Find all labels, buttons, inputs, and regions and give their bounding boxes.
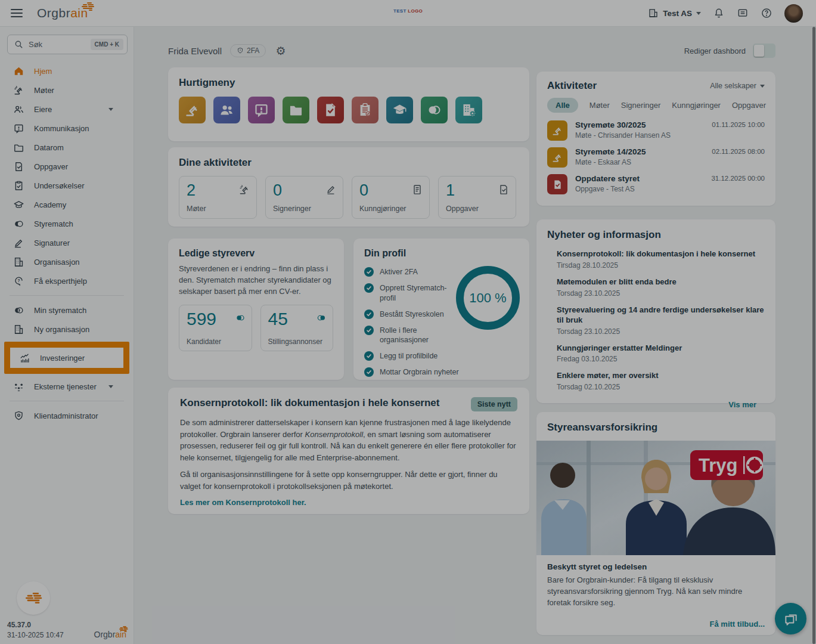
stat-kunngjoringer[interactable]: 0 Kunngjøringer bbox=[352, 176, 430, 219]
gavel-icon bbox=[13, 85, 24, 96]
sidebar-item-investeringer[interactable]: Investeringer bbox=[10, 348, 123, 368]
folder-icon bbox=[288, 102, 304, 118]
venn-icon bbox=[13, 218, 24, 230]
chart-icon bbox=[19, 352, 30, 364]
notifications-button[interactable] bbox=[713, 7, 725, 19]
venn-icon bbox=[235, 312, 246, 323]
check-icon bbox=[364, 351, 374, 361]
search-input[interactable] bbox=[29, 40, 91, 49]
page-scrollbar[interactable] bbox=[812, 27, 815, 644]
2fa-badge[interactable]: 2FA bbox=[230, 44, 266, 57]
menu-icon[interactable] bbox=[11, 9, 23, 17]
sidebar-item-eiere[interactable]: Eiere bbox=[0, 100, 134, 119]
sidebar-item-min-styrematch[interactable]: Min styrematch bbox=[0, 301, 134, 320]
app-version: 45.37.0 bbox=[7, 621, 128, 629]
tab-oppgaver[interactable]: Oppgaver bbox=[732, 101, 766, 110]
chat-bubbles-icon bbox=[783, 611, 799, 627]
sidebar-item-oppgaver[interactable]: Oppgaver bbox=[0, 157, 134, 176]
tile-owners[interactable] bbox=[213, 97, 240, 123]
stat-moter[interactable]: 2 Møter bbox=[179, 176, 257, 219]
news-item[interactable]: Konsernprotokoll: lik dokumentasjon i he… bbox=[557, 249, 765, 270]
tile-datarom[interactable] bbox=[283, 97, 309, 123]
tile-oppgaver[interactable] bbox=[317, 97, 344, 123]
main-content: Frida Elvevoll 2FA ⚙ Rediger dashbord Hu… bbox=[134, 27, 816, 644]
network-icon bbox=[13, 381, 24, 392]
tab-kunngjoringer[interactable]: Kunngjøringer bbox=[672, 101, 721, 110]
activity-row[interactable]: Styremøte 30/2025 Møte - Chrisander Hans… bbox=[547, 120, 765, 141]
stat-kandidater[interactable]: 599 Kandidater bbox=[179, 305, 252, 351]
chat-alert-icon bbox=[13, 123, 24, 134]
tab-alle[interactable]: Alle bbox=[547, 98, 578, 113]
open-board-positions-card: Ledige styreverv Styreverdenen er i endr… bbox=[168, 239, 344, 380]
sidebar-item-signaturer[interactable]: Signaturer bbox=[0, 233, 134, 252]
tile-communication[interactable] bbox=[248, 97, 275, 123]
tile-styrematch[interactable] bbox=[421, 97, 448, 123]
tab-moter[interactable]: Møter bbox=[589, 101, 610, 110]
messages-button[interactable] bbox=[737, 7, 749, 19]
footer-logo: Orgbrain bbox=[94, 630, 126, 639]
news-item[interactable]: Enklere møter, mer oversikt Torsdag 02.1… bbox=[557, 371, 765, 391]
sidebar-item-ny-organisasjon[interactable]: Ny organisasjon bbox=[0, 320, 134, 339]
sidebar-item-organisasjon[interactable]: Organisasjon bbox=[0, 252, 134, 271]
profile-progress-ring: 100 % bbox=[456, 266, 520, 330]
tile-organisasjon[interactable] bbox=[455, 97, 482, 123]
stat-stillingsannonser[interactable]: 45 Stillingsannonser bbox=[260, 305, 334, 351]
tile-meetings[interactable] bbox=[179, 97, 206, 123]
user-avatar[interactable] bbox=[784, 4, 803, 23]
news-article-card: Konsernprotokoll: lik dokumentasjon i he… bbox=[168, 388, 529, 514]
check-icon bbox=[364, 267, 374, 277]
help-button[interactable] bbox=[761, 7, 772, 19]
stat-oppgaver[interactable]: 1 Oppgaver bbox=[438, 176, 516, 219]
sidebar-item-eksperthjelp[interactable]: ? Få eksperthjelp bbox=[0, 271, 134, 290]
news-item[interactable]: Styreevaluering og 14 andre ferdige unde… bbox=[557, 305, 765, 336]
venn-icon bbox=[13, 305, 24, 316]
sidebar-item-kommunikasjon[interactable]: Kommunikasjon bbox=[0, 119, 134, 138]
brain-badge[interactable] bbox=[17, 581, 50, 615]
tile-academy[interactable] bbox=[386, 97, 413, 123]
check-icon bbox=[364, 367, 374, 377]
news-card: Nyheter og informasjon Konsernprotokoll:… bbox=[536, 219, 775, 403]
article-paragraph-2: Gå til organisasjonsinnstillingene for å… bbox=[180, 469, 517, 492]
building-gear-icon bbox=[461, 102, 477, 118]
news-item[interactable]: Kunngjøringer erstatter Meldinger Fredag… bbox=[557, 343, 765, 364]
sidebar-item-moter[interactable]: Møter bbox=[0, 80, 134, 100]
show-more-link[interactable]: Vis mer bbox=[728, 400, 756, 409]
sidebar-item-klientadministrator[interactable]: Klientadministrator bbox=[0, 406, 134, 425]
pen-icon bbox=[325, 184, 337, 196]
sidebar-item-undersokelser[interactable]: Undersøkelser bbox=[0, 176, 134, 195]
search-box[interactable]: CMD + K bbox=[7, 35, 128, 54]
edit-dashboard-toggle[interactable] bbox=[753, 44, 775, 58]
news-title: Nyheter og informasjon bbox=[547, 229, 765, 241]
profile-check-item: Opprett Styrematch-profil bbox=[364, 283, 463, 304]
task-icon bbox=[547, 174, 567, 194]
gavel-icon bbox=[238, 184, 250, 196]
sidebar-item-academy[interactable]: Academy bbox=[0, 195, 134, 214]
graduation-icon bbox=[13, 199, 24, 210]
sidebar-item-eksterne-tjenester[interactable]: Eksterne tjenester bbox=[0, 377, 134, 396]
task-icon bbox=[322, 102, 339, 118]
company-selector[interactable]: Test AS bbox=[648, 8, 701, 18]
expert-help-icon: ? bbox=[13, 275, 24, 287]
news-item[interactable]: Møtemodulen er blitt enda bedre Torsdag … bbox=[557, 277, 765, 298]
gear-icon[interactable]: ⚙ bbox=[275, 45, 286, 57]
tab-signeringer[interactable]: Signeringer bbox=[621, 101, 661, 110]
get-offer-link[interactable]: Få mitt tilbud... bbox=[710, 620, 765, 628]
styreverv-body: Styreverdenen er i endring – finn din pl… bbox=[179, 264, 333, 298]
sidebar-item-styrematch[interactable]: Styrematch bbox=[0, 214, 134, 233]
activity-row[interactable]: Styremøte 14/2025 Møte - Eskaar AS 02.11… bbox=[547, 147, 765, 168]
activity-row[interactable]: Oppdatere styret Oppgave - Test AS 31.12… bbox=[547, 174, 765, 194]
sidebar-item-datarom[interactable]: Datarom bbox=[0, 138, 134, 157]
sidebar-item-hjem[interactable]: Hjem bbox=[0, 61, 134, 80]
tile-undersokelser[interactable] bbox=[352, 97, 378, 123]
task-icon bbox=[498, 184, 510, 196]
owners-icon bbox=[219, 102, 235, 118]
chat-fab[interactable] bbox=[775, 603, 806, 634]
quick-menu-title: Hurtigmeny bbox=[179, 77, 519, 89]
org-test-logo: TEST LOGO bbox=[393, 8, 423, 14]
company-filter[interactable]: Alle selskaper bbox=[710, 82, 765, 90]
profile-card: Din profil Aktiver 2FA Opprett Styrematc… bbox=[353, 239, 529, 380]
gavel-icon bbox=[184, 102, 200, 118]
stat-signeringer[interactable]: 0 Signeringer bbox=[265, 176, 343, 219]
read-more-link[interactable]: Les mer om Konsernprotokoll her. bbox=[180, 498, 306, 507]
brain-icon bbox=[23, 590, 44, 606]
